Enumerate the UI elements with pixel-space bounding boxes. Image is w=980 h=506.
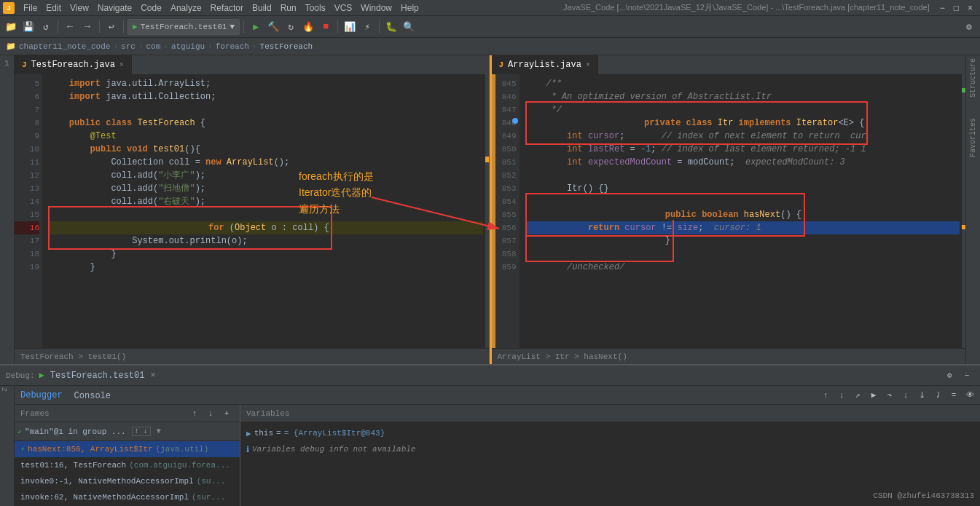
menu-vcs[interactable]: VCS [330,0,357,15]
frames-down-btn[interactable]: ↓ [834,388,849,403]
toolbar-undo-btn[interactable]: ↩ [103,19,119,35]
run-button[interactable]: ▶ [248,19,264,35]
left-code-area[interactable]: 5 6 7 8 9 10 11 12 13 14 15 16 1 [15,74,489,348]
menu-help[interactable]: Help [396,0,423,15]
run-config-selector[interactable]: ▶ TestForeach.test01 ▼ [128,19,240,35]
breadcrumb-src[interactable]: src [121,42,136,51]
thread-prev[interactable]: ↑ [133,427,141,435]
breadcrumb-module[interactable]: chapter11_note_code [19,42,110,51]
menu-code[interactable]: Code [136,0,166,15]
menu-window[interactable]: Window [356,0,396,15]
frame-item-3[interactable]: invoke:62, NativeMethodAccessorImpl (sur… [15,489,240,505]
close-button[interactable]: × [963,3,977,13]
debug-panel: Debug: ▶ TestForeach.test01 × ⚙ − Z Debu… [0,364,980,506]
left-tab-bar: J TestForeach.java × [15,55,489,74]
right-scroll-indicator-orange [962,225,965,229]
thread-next[interactable]: ↓ [141,427,150,435]
structure-label[interactable]: Structure [969,55,977,100]
menu-refactor[interactable]: Refactor [206,0,248,15]
toolbar-forward-btn[interactable]: → [79,19,95,35]
breadcrumb-file[interactable]: TestForeach [260,42,313,51]
debug-settings-btn[interactable]: ⚙ [942,368,957,383]
toolbar-open-btn[interactable]: 📁 [3,19,19,35]
coverage-button[interactable]: 📊 [342,19,358,35]
app-window: J File Edit View Navigate Code Analyze R… [0,0,980,506]
bc-sep-3: › [163,42,168,51]
menu-build[interactable]: Build [248,0,276,15]
breadcrumb-atguigu[interactable]: atguigu [171,42,205,51]
bc-sep-5: › [252,42,257,51]
toolbar-save-btn[interactable]: 💾 [20,19,36,35]
variables-content: ▶ this = = {ArrayList$Itr@843} ℹ Variabl… [240,422,980,506]
debug-config-tab-close[interactable]: × [150,371,155,381]
breadcrumb-project[interactable]: 📁 [6,41,16,51]
menu-navigate[interactable]: Navigate [93,0,136,15]
frames-header-label: Frames [20,409,50,418]
z-structure-label[interactable]: Z [0,386,14,392]
resume-btn[interactable]: ▶ [866,388,881,403]
frames-up-btn[interactable]: ↑ [818,388,833,403]
frame-name-1: test01:16, TestForeach [20,461,126,470]
step-over-btn[interactable]: ↷ [882,388,897,403]
menu-view[interactable]: View [66,0,93,15]
frame-item-2[interactable]: invoke0:-1, NativeMethodAccessorImpl (su… [15,473,240,489]
debug-tab-spacer [117,386,815,404]
tab-testforeach-close[interactable]: × [119,61,124,69]
debug-left-strip: Z [0,386,15,506]
frame-pkg-1: (com.atguigu.forea... [129,461,230,470]
menu-analyze[interactable]: Analyze [166,0,206,15]
run-to-cursor-btn[interactable]: ⤸ [930,388,945,403]
menu-edit[interactable]: Edit [42,0,66,15]
right-line-numbers: 845 846 847 848 849 850 851 852 853 [492,74,520,348]
frames-add-icon[interactable]: + [219,406,234,421]
var-this-expand[interactable]: ▶ [246,429,251,438]
tab-console[interactable]: Console [68,386,117,406]
step-out-btn[interactable]: ↗ [850,388,865,403]
right-code-lines: /** * An optimized version of AbstractLi… [520,74,966,348]
frame-item-1[interactable]: test01:16, TestForeach (com.atguigu.fore… [15,457,240,473]
search-everywhere-btn[interactable]: 🔍 [401,19,417,35]
variables-header-label: Variables [246,409,289,418]
debug-tabs: Debugger Console ↑ ↓ ↗ ▶ ↷ ↓ ⤓ ⤸ = 👁 [15,386,980,405]
right-code-area[interactable]: 845 846 847 848 849 850 851 852 853 [492,74,966,348]
frames-list: ⚡ hasNext:856, ArrayList$Itr (java.util)… [15,441,240,506]
evaluate-btn[interactable]: = [946,388,961,403]
favorites-label[interactable]: Favorites [969,115,977,160]
thread-filter[interactable]: ▼ [157,427,161,435]
reload-button[interactable]: ↻ [283,19,299,35]
frame-pkg-3: (sur... [192,493,225,502]
toolbar-back-btn[interactable]: ← [62,19,78,35]
menu-run[interactable]: Run [276,0,301,15]
right-editor[interactable]: J ArrayList.java × 845 846 847 [490,55,966,364]
breadcrumb-com[interactable]: com [146,42,160,51]
tab-arraylist-close[interactable]: × [586,61,590,69]
stop-button[interactable]: ■ [318,19,334,35]
frame-item-0[interactable]: ⚡ hasNext:856, ArrayList$Itr (java.util) [15,441,240,457]
tab-testforeach[interactable]: J TestForeach.java × [15,55,132,74]
right-status-text: ArrayList > Itr > hasNext() [498,352,627,361]
hotswap-button[interactable]: 🔥 [300,19,316,35]
watch-btn[interactable]: 👁 [963,388,977,403]
minimize-button[interactable]: − [936,3,949,13]
step-into-btn[interactable]: ↓ [898,388,913,403]
profile-button[interactable]: ⚡ [359,19,375,35]
frame-pkg-0: (java.util) [156,445,209,454]
force-step-btn[interactable]: ⤓ [914,388,929,403]
menu-file[interactable]: File [19,0,42,15]
maximize-button[interactable]: □ [949,3,963,13]
debug-button[interactable]: 🐛 [383,19,399,35]
debug-minus-btn[interactable]: − [960,368,974,383]
left-scroll-indicator [485,157,489,162]
tab-arraylist[interactable]: J ArrayList.java × [492,55,598,74]
menu-tools[interactable]: Tools [301,0,330,15]
settings-gear-icon[interactable]: ⚙ [961,19,977,35]
project-icon[interactable]: 1 [3,58,10,69]
debug-config-name: TestForeach.test01 [50,371,145,381]
tab-debugger[interactable]: Debugger [15,386,68,406]
build-button[interactable]: 🔨 [265,19,281,35]
toolbar-refresh-btn[interactable]: ↺ [38,19,54,35]
frames-up-icon[interactable]: ↑ [187,406,202,421]
frames-down-icon[interactable]: ↓ [203,406,218,421]
left-editor[interactable]: J TestForeach.java × 5 6 7 8 9 [15,55,490,364]
breadcrumb-foreach[interactable]: foreach [216,42,249,51]
